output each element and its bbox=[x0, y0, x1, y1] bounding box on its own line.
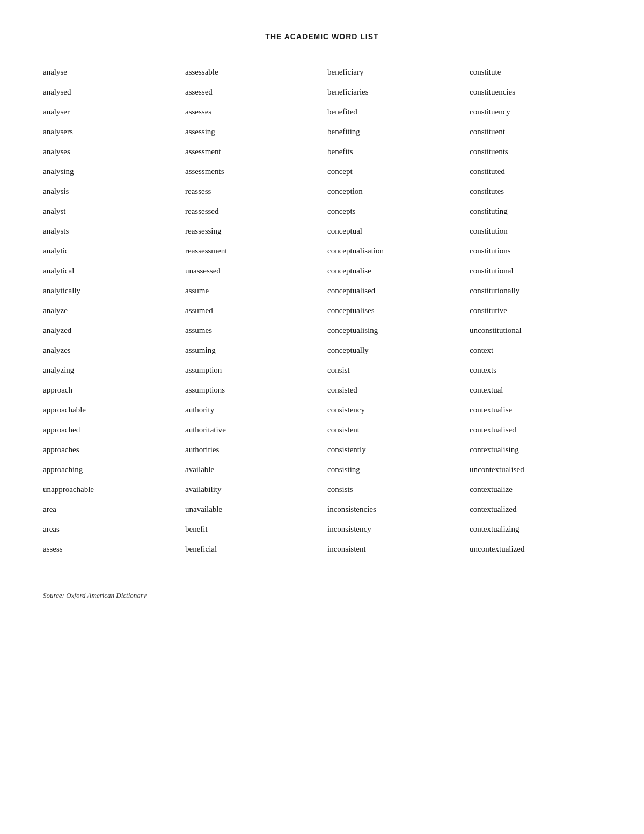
word-item: assessment bbox=[185, 142, 317, 162]
word-item: constitutionally bbox=[470, 281, 601, 301]
source-citation: Source: Oxford American Dictionary bbox=[43, 591, 601, 600]
word-item: analyse bbox=[43, 62, 174, 82]
word-column-col2: assessableassessedassessesassessingasses… bbox=[185, 62, 317, 559]
word-column-col1: analyseanalysedanalyseranalysersanalyses… bbox=[43, 62, 174, 559]
word-item: conceptually bbox=[327, 340, 459, 360]
word-item: consistency bbox=[327, 400, 459, 420]
word-item: unassessed bbox=[185, 261, 317, 281]
word-item: assumes bbox=[185, 321, 317, 340]
word-item: inconsistent bbox=[327, 539, 459, 559]
word-item: conceptual bbox=[327, 221, 459, 241]
word-item: contextualise bbox=[470, 400, 601, 420]
word-item: context bbox=[470, 340, 601, 360]
word-item: constitute bbox=[470, 62, 601, 82]
word-item: conceptualises bbox=[327, 301, 459, 321]
word-item: consist bbox=[327, 360, 459, 380]
word-item: reassess bbox=[185, 182, 317, 201]
word-item: concept bbox=[327, 162, 459, 182]
word-item: reassessed bbox=[185, 201, 317, 221]
word-item: conception bbox=[327, 182, 459, 201]
word-item: analyzes bbox=[43, 340, 174, 360]
word-item: area bbox=[43, 499, 174, 519]
word-item: constituents bbox=[470, 142, 601, 162]
word-item: available bbox=[185, 460, 317, 480]
word-item: contextualizing bbox=[470, 519, 601, 539]
word-item: assessments bbox=[185, 162, 317, 182]
word-grid: analyseanalysedanalyseranalysersanalyses… bbox=[43, 62, 601, 559]
word-item: contextualize bbox=[470, 480, 601, 499]
word-item: contextualized bbox=[470, 499, 601, 519]
word-item: assume bbox=[185, 281, 317, 301]
word-item: assessable bbox=[185, 62, 317, 82]
word-item: beneficiaries bbox=[327, 82, 459, 102]
word-item: approach bbox=[43, 380, 174, 400]
word-item: conceptualise bbox=[327, 261, 459, 281]
word-item: unavailable bbox=[185, 499, 317, 519]
word-item: constitutes bbox=[470, 182, 601, 201]
word-item: constituent bbox=[470, 122, 601, 142]
word-item: analyses bbox=[43, 142, 174, 162]
word-item: authorities bbox=[185, 440, 317, 460]
word-item: contextualised bbox=[470, 420, 601, 440]
word-item: concepts bbox=[327, 201, 459, 221]
word-item: approachable bbox=[43, 400, 174, 420]
word-item: analyser bbox=[43, 102, 174, 122]
page-title: THE ACADEMIC WORD LIST bbox=[43, 32, 601, 41]
word-item: areas bbox=[43, 519, 174, 539]
word-item: contextual bbox=[470, 380, 601, 400]
word-item: analyst bbox=[43, 201, 174, 221]
word-item: assessing bbox=[185, 122, 317, 142]
word-item: authoritative bbox=[185, 420, 317, 440]
word-item: analyze bbox=[43, 301, 174, 321]
word-item: consistently bbox=[327, 440, 459, 460]
word-item: conceptualisation bbox=[327, 241, 459, 261]
word-column-col4: constituteconstituenciesconstituencycons… bbox=[470, 62, 601, 559]
word-item: availability bbox=[185, 480, 317, 499]
word-column-col3: beneficiarybeneficiariesbenefitedbenefit… bbox=[327, 62, 459, 559]
word-item: assuming bbox=[185, 340, 317, 360]
word-item: constituting bbox=[470, 201, 601, 221]
word-item: constitutive bbox=[470, 301, 601, 321]
word-item: unconstitutional bbox=[470, 321, 601, 340]
word-item: beneficial bbox=[185, 539, 317, 559]
word-item: analysts bbox=[43, 221, 174, 241]
word-item: assessed bbox=[185, 82, 317, 102]
word-item: approached bbox=[43, 420, 174, 440]
word-item: uncontextualized bbox=[470, 539, 601, 559]
word-item: benefits bbox=[327, 142, 459, 162]
word-item: assesses bbox=[185, 102, 317, 122]
word-item: constituted bbox=[470, 162, 601, 182]
word-item: analyzed bbox=[43, 321, 174, 340]
word-item: benefit bbox=[185, 519, 317, 539]
word-item: analysis bbox=[43, 182, 174, 201]
word-item: benefited bbox=[327, 102, 459, 122]
word-item: consisting bbox=[327, 460, 459, 480]
word-item: contexts bbox=[470, 360, 601, 380]
word-item: authority bbox=[185, 400, 317, 420]
word-item: reassessment bbox=[185, 241, 317, 261]
word-item: inconsistency bbox=[327, 519, 459, 539]
word-item: conceptualised bbox=[327, 281, 459, 301]
word-item: analysing bbox=[43, 162, 174, 182]
word-item: unapproachable bbox=[43, 480, 174, 499]
word-item: approaching bbox=[43, 460, 174, 480]
word-item: assumed bbox=[185, 301, 317, 321]
word-item: analytically bbox=[43, 281, 174, 301]
word-item: analytical bbox=[43, 261, 174, 281]
word-item: contextualising bbox=[470, 440, 601, 460]
word-item: constitution bbox=[470, 221, 601, 241]
word-item: benefiting bbox=[327, 122, 459, 142]
word-item: analysers bbox=[43, 122, 174, 142]
word-item: analysed bbox=[43, 82, 174, 102]
title-prefix: THE bbox=[265, 32, 284, 41]
word-item: constituency bbox=[470, 102, 601, 122]
word-item: assess bbox=[43, 539, 174, 559]
word-item: constituencies bbox=[470, 82, 601, 102]
word-item: consisted bbox=[327, 380, 459, 400]
title-bold: ACADEMIC WORD LIST bbox=[284, 32, 379, 41]
word-item: uncontextualised bbox=[470, 460, 601, 480]
word-item: constitutional bbox=[470, 261, 601, 281]
word-item: constitutions bbox=[470, 241, 601, 261]
word-item: consistent bbox=[327, 420, 459, 440]
word-item: conceptualising bbox=[327, 321, 459, 340]
